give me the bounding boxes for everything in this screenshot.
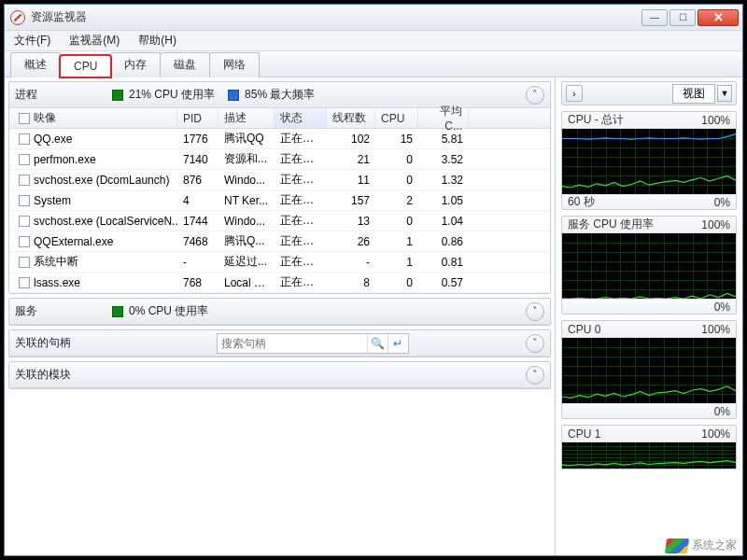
section-handles: 关联的句柄 🔍 ↵ ˅ xyxy=(8,329,551,357)
graph-card: 服务 CPU 使用率100%0% xyxy=(561,216,737,315)
table-row[interactable]: QQ.exe1776腾讯QQ正在运行102155.81 xyxy=(9,129,550,149)
menubar: 文件(F) 监视器(M) 帮助(H) xyxy=(5,31,742,51)
cell-avg: 1.05 xyxy=(418,194,469,207)
section-services-header[interactable]: 服务 0% CPU 使用率 ˅ xyxy=(9,299,550,325)
watermark-logo-icon xyxy=(665,539,689,553)
tabstrip: 概述 CPU 内存 磁盘 网络 xyxy=(5,51,742,77)
view-dropdown-label[interactable]: 视图 xyxy=(672,84,715,104)
minimize-button[interactable]: — xyxy=(641,9,668,26)
graph-body xyxy=(562,442,736,469)
table-row[interactable]: lsass.exe768Local S...正在运行800.57 xyxy=(9,273,550,293)
table-row[interactable]: perfmon.exe7140资源和...正在运行2103.52 xyxy=(9,149,550,170)
collapse-right-button[interactable]: › xyxy=(566,85,583,102)
cell-pid: 876 xyxy=(177,174,218,187)
row-checkbox[interactable] xyxy=(19,216,30,227)
section-handles-header[interactable]: 关联的句柄 🔍 ↵ ˅ xyxy=(9,330,550,357)
col-desc[interactable]: 描述 xyxy=(218,108,275,128)
cell-desc: 延迟过... xyxy=(218,254,275,270)
row-checkbox[interactable] xyxy=(19,277,30,288)
cpu-usage-label: 21% CPU 使用率 xyxy=(129,87,215,103)
cell-status: 正在运行 xyxy=(275,274,327,290)
row-checkbox[interactable] xyxy=(19,154,30,165)
search-icon[interactable]: 🔍 xyxy=(367,334,388,353)
row-checkbox[interactable] xyxy=(19,236,30,247)
cell-desc: Local S... xyxy=(218,276,275,289)
cell-avg: 1.32 xyxy=(418,174,469,187)
cell-desc: 腾讯Q... xyxy=(218,233,275,249)
window-title: 资源监视器 xyxy=(31,9,641,25)
cell-pid: 1776 xyxy=(177,133,218,146)
maximize-button[interactable]: ☐ xyxy=(669,9,696,26)
graph-max: 100% xyxy=(701,427,730,441)
col-avg[interactable]: 平均 C... xyxy=(418,108,469,128)
search-dropdown-icon[interactable]: ↵ xyxy=(388,334,408,353)
cell-image: QQ.exe xyxy=(34,133,72,146)
tab-memory[interactable]: 内存 xyxy=(110,52,161,77)
table-row[interactable]: 系统中断-延迟过...正在运行-10.81 xyxy=(9,252,550,273)
graph-title: CPU 1 xyxy=(568,427,600,441)
cell-status: 正在运行 xyxy=(275,172,327,188)
graph-foot-right: 0% xyxy=(714,405,730,418)
menu-monitor[interactable]: 监视器(M) xyxy=(63,31,125,50)
cell-desc: NT Ker... xyxy=(218,194,275,207)
graph-card: CPU 1100% xyxy=(561,425,737,469)
graph-foot-left: 60 秒 xyxy=(568,194,595,210)
max-freq-label: 85% 最大频率 xyxy=(245,87,315,103)
col-status[interactable]: 状态 xyxy=(275,108,327,128)
right-pane: › 视图 ▼ CPU - 总计100%60 秒0%服务 CPU 使用率100%0… xyxy=(556,77,742,555)
tab-cpu[interactable]: CPU xyxy=(60,55,111,77)
table-row[interactable]: svchost.exe (DcomLaunch)876Windo...正在运行1… xyxy=(9,170,550,190)
section-handles-title: 关联的句柄 xyxy=(15,335,99,351)
cell-cpu: 0 xyxy=(375,153,418,166)
tab-network[interactable]: 网络 xyxy=(209,52,260,77)
row-checkbox[interactable] xyxy=(19,175,30,186)
graph-title: 服务 CPU 使用率 xyxy=(568,217,654,232)
cell-cpu: 2 xyxy=(375,194,418,207)
menu-help[interactable]: 帮助(H) xyxy=(133,31,182,50)
expand-handles-button[interactable]: ˅ xyxy=(526,334,544,353)
view-dropdown-icon[interactable]: ▼ xyxy=(717,85,732,102)
green-square-icon xyxy=(112,306,123,317)
table-row[interactable]: svchost.exe (LocalServiceN...1744Windo..… xyxy=(9,211,550,231)
cell-cpu: 0 xyxy=(375,276,418,289)
collapse-processes-button[interactable]: ˄ xyxy=(526,86,544,105)
row-checkbox[interactable] xyxy=(19,195,30,206)
tab-overview[interactable]: 概述 xyxy=(10,52,61,77)
cell-status: 正在运行 xyxy=(275,131,327,147)
content-area: 进程 21% CPU 使用率 85% 最大频率 ˄ 映像 PID xyxy=(5,77,742,555)
graph-body xyxy=(562,129,736,194)
close-button[interactable]: ✕ xyxy=(698,9,739,26)
cell-status: 正在运行 xyxy=(275,233,327,249)
col-cpu[interactable]: CPU xyxy=(375,108,418,128)
section-modules-header[interactable]: 关联的模块 ˅ xyxy=(9,362,550,388)
cell-avg: 0.57 xyxy=(418,276,469,289)
resource-monitor-window: 资源监视器 — ☐ ✕ 文件(F) 监视器(M) 帮助(H) 概述 CPU 内存… xyxy=(4,4,743,556)
col-pid[interactable]: PID xyxy=(177,108,218,128)
blue-square-icon xyxy=(228,90,239,101)
cell-cpu: 0 xyxy=(375,215,418,228)
col-threads[interactable]: 线程数 xyxy=(327,108,375,128)
graph-card: CPU - 总计100%60 秒0% xyxy=(561,111,737,210)
expand-modules-button[interactable]: ˅ xyxy=(526,366,544,385)
col-image[interactable]: 映像 xyxy=(9,108,177,128)
tab-disk[interactable]: 磁盘 xyxy=(160,52,210,77)
titlebar[interactable]: 资源监视器 — ☐ ✕ xyxy=(5,5,742,31)
row-checkbox[interactable] xyxy=(19,133,30,145)
cell-image: lsass.exe xyxy=(34,276,80,289)
handle-search-input[interactable] xyxy=(218,337,367,350)
process-table: 映像 PID 描述 状态 线程数 CPU 平均 C... QQ.exe1776腾… xyxy=(9,108,550,293)
cell-status: 正在运行 xyxy=(275,151,327,167)
table-row[interactable]: QQExternal.exe7468腾讯Q...正在运行2610.86 xyxy=(9,231,550,252)
table-row[interactable]: System4NT Ker...正在运行15721.05 xyxy=(9,190,550,211)
cell-threads: 26 xyxy=(327,235,375,248)
section-processes-header[interactable]: 进程 21% CPU 使用率 85% 最大频率 ˄ xyxy=(9,82,550,108)
select-all-checkbox[interactable] xyxy=(19,113,30,124)
cell-threads: 11 xyxy=(327,174,375,187)
graph-body xyxy=(562,338,736,403)
cell-threads: 13 xyxy=(327,215,375,228)
section-services-title: 服务 xyxy=(15,303,99,319)
menu-file[interactable]: 文件(F) xyxy=(8,31,56,50)
row-checkbox[interactable] xyxy=(19,257,30,268)
cell-desc: Windo... xyxy=(218,215,275,228)
expand-services-button[interactable]: ˅ xyxy=(526,302,544,321)
